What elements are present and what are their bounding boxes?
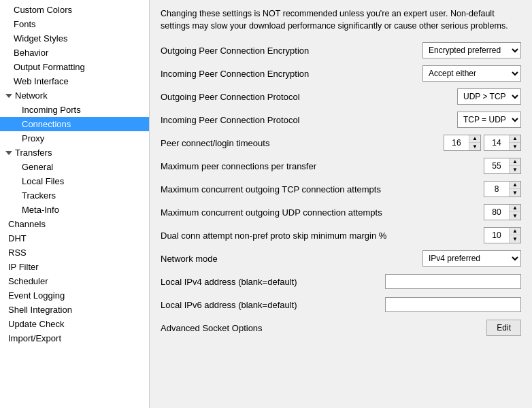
sidebar-item-import-export[interactable]: Import/Export [0,331,149,345]
row-dual-conn-margin: Dual conn attempt non-pref proto skip mi… [161,226,521,244]
sidebar-item-rss[interactable]: RSS [0,245,149,260]
row-label-local-ipv6: Local IPv6 address (blank=default) [161,300,385,310]
row-label-advanced-socket: Advanced Socket Options [161,323,486,333]
row-incoming-peer-enc: Incoming Peer Connection EncryptionAccep… [161,65,521,82]
sidebar-item-label: Widget Styles [14,33,67,44]
row-label-dual-conn-margin: Dual conn attempt non-pref proto skip mi… [161,231,484,241]
select-outgoing-peer-proto[interactable]: UDP > TCPTCP onlyUDP onlyTCP > UDP [457,88,521,105]
row-local-ipv4: Local IPv4 address (blank=default) [161,273,521,290]
spinner-down-max-outgoing-udp[interactable]: ▼ [510,212,520,220]
sidebar-item-label: Custom Colors [14,5,72,15]
main-content: Changing these settings is NOT recommend… [150,0,532,408]
sidebar-item-transfers[interactable]: Transfers [0,146,149,160]
sidebar-item-behavior[interactable]: Behavior [0,46,149,60]
sidebar-item-label: Transfers [15,148,52,158]
sidebar-item-label: Network [15,90,48,101]
spinner-up-peer-connect-login-1[interactable]: ▲ [510,135,520,143]
text-input-local-ipv4[interactable] [385,274,521,289]
sidebar-item-proxy[interactable]: Proxy [0,131,149,146]
row-label-max-outgoing-tcp: Maximum concurrent outgoing TCP connecti… [161,184,484,194]
row-label-max-peer-connections: Maximum peer connections per transfer [161,161,484,171]
edit-button-advanced-socket[interactable]: Edit [486,320,521,336]
spinner-up-peer-connect-login-0[interactable]: ▲ [469,135,480,143]
sidebar-item-label: DHT [8,233,27,243]
spinner-box-peer-connect-login-1: ▲▼ [484,135,521,151]
sidebar-item-label: Meta-Info [22,205,59,215]
row-network-mode: Network modeIPv4 preferredIPv6 preferred… [161,250,521,267]
sidebar-item-dht[interactable]: DHT [0,231,149,245]
sidebar-item-meta-info[interactable]: Meta-Info [0,203,149,217]
spinner-input-max-outgoing-udp[interactable] [484,205,509,220]
sidebar-item-label: Shell Integration [8,305,72,315]
sidebar-item-fonts[interactable]: Fonts [0,17,149,31]
sidebar-item-widget-styles[interactable]: Widget Styles [0,31,149,46]
row-label-incoming-peer-enc: Incoming Peer Connection Encryption [161,69,422,79]
select-outgoing-peer-enc[interactable]: Encrypted preferredDisabledEnabledRequir… [422,42,521,58]
spinner-input-max-peer-connections[interactable] [484,158,509,173]
triangle-icon [5,151,12,155]
sidebar-item-trackers[interactable]: Trackers [0,188,149,203]
sidebar-item-output-formatting[interactable]: Output Formatting [0,60,149,74]
sidebar-item-label: Fonts [14,19,36,29]
spinner-down-max-peer-connections[interactable]: ▼ [510,166,520,173]
sidebar-item-label: Local Files [22,176,64,186]
sidebar-item-label: Trackers [22,190,56,201]
spinner-down-peer-connect-login-1[interactable]: ▼ [510,143,520,150]
sidebar-item-connections[interactable]: Connections [0,117,149,131]
row-label-network-mode: Network mode [161,254,422,264]
row-control-dual-conn-margin: ▲▼ [484,227,521,243]
sidebar-item-label: IP Filter [8,262,39,272]
sidebar-item-update-check[interactable]: Update Check [0,317,149,331]
row-advanced-socket: Advanced Socket OptionsEdit [161,319,521,337]
row-peer-connect-login: Peer connect/login timeouts▲▼▲▼ [161,134,521,152]
row-control-local-ipv6 [385,297,521,312]
select-incoming-peer-proto[interactable]: TCP = UDPTCP onlyUDP only [457,112,521,128]
row-outgoing-peer-enc: Outgoing Peer Connection EncryptionEncry… [161,41,521,59]
sidebar-item-web-interface[interactable]: Web Interface [0,74,149,88]
select-incoming-peer-enc[interactable]: Accept eitherDisabledEnabledRequired [422,65,521,82]
sidebar-item-local-files[interactable]: Local Files [0,174,149,188]
sidebar-item-label: Connections [22,119,71,129]
sidebar-item-custom-colors[interactable]: Custom Colors [0,3,149,17]
row-outgoing-peer-proto: Outgoing Peer Connection ProtocolUDP > T… [161,88,521,105]
row-control-max-outgoing-udp: ▲▼ [484,204,521,220]
sidebar-item-general[interactable]: General [0,160,149,174]
sidebar-item-label: Channels [8,219,46,229]
select-network-mode[interactable]: IPv4 preferredIPv6 preferredIPv4 onlyIPv… [422,250,521,267]
spinner-up-max-outgoing-udp[interactable]: ▲ [510,205,520,212]
spinner-down-dual-conn-margin[interactable]: ▼ [510,235,520,243]
row-control-outgoing-peer-proto: UDP > TCPTCP onlyUDP onlyTCP > UDP [457,88,521,105]
row-max-outgoing-tcp: Maximum concurrent outgoing TCP connecti… [161,180,521,198]
spinner-max-outgoing-udp: ▲▼ [484,204,521,220]
spinner-up-max-peer-connections[interactable]: ▲ [510,158,520,166]
spinner-input-dual-conn-margin[interactable] [484,228,509,243]
spinner-down-peer-connect-login-0[interactable]: ▼ [469,143,480,150]
settings-rows: Outgoing Peer Connection EncryptionEncry… [161,41,521,337]
sidebar-item-label: Web Interface [14,76,69,86]
sidebar-item-label: Scheduler [8,276,48,286]
row-control-max-peer-connections: ▲▼ [484,158,521,174]
row-control-network-mode: IPv4 preferredIPv6 preferredIPv4 onlyIPv… [422,250,521,267]
sidebar-item-label: RSS [8,248,27,258]
sidebar-item-label: Incoming Ports [22,105,81,115]
spinner-down-max-outgoing-tcp[interactable]: ▼ [510,189,520,197]
row-control-incoming-peer-proto: TCP = UDPTCP onlyUDP only [457,112,521,128]
sidebar-item-scheduler[interactable]: Scheduler [0,274,149,288]
spinner-up-max-outgoing-tcp[interactable]: ▲ [510,182,520,189]
sidebar-item-shell-integration[interactable]: Shell Integration [0,303,149,317]
row-label-outgoing-peer-enc: Outgoing Peer Connection Encryption [161,46,422,56]
row-incoming-peer-proto: Incoming Peer Connection ProtocolTCP = U… [161,111,521,129]
sidebar-item-ip-filter[interactable]: IP Filter [0,260,149,274]
sidebar-item-incoming-ports[interactable]: Incoming Ports [0,103,149,117]
sidebar-item-event-logging[interactable]: Event Logging [0,288,149,303]
spinner-input-max-outgoing-tcp[interactable] [484,182,509,197]
spinner-input-peer-connect-login-0[interactable] [444,135,469,150]
spinner-up-dual-conn-margin[interactable]: ▲ [510,228,520,235]
sidebar-item-network[interactable]: Network [0,88,149,103]
text-input-local-ipv6[interactable] [385,297,521,312]
spinner-input-peer-connect-login-1[interactable] [484,135,509,150]
sidebar-item-channels[interactable]: Channels [0,217,149,231]
row-control-max-outgoing-tcp: ▲▼ [484,181,521,197]
row-label-peer-connect-login: Peer connect/login timeouts [161,138,444,148]
row-local-ipv6: Local IPv6 address (blank=default) [161,296,521,313]
